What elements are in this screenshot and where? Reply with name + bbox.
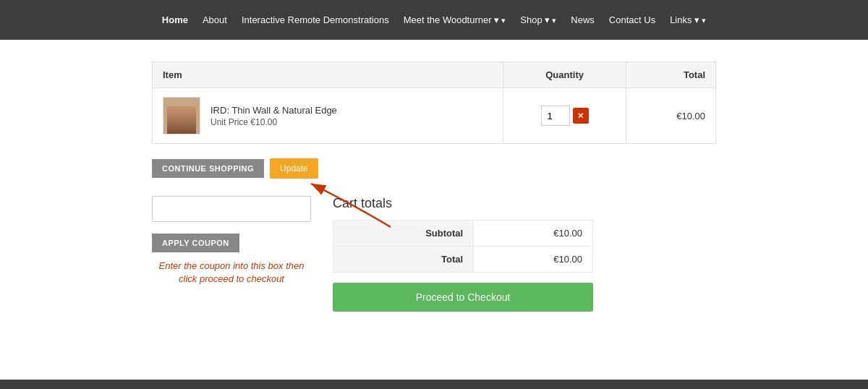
- table-row: IRD: Thin Wall & Natural Edge Unit Price…: [153, 88, 716, 144]
- nav-item-about[interactable]: About: [203, 14, 227, 25]
- product-unit-price: Unit Price €10.00: [210, 117, 337, 127]
- nav-item-ird[interactable]: Interactive Remote Demonstrations: [242, 14, 389, 25]
- main-nav: HomeAboutInteractive Remote Demonstratio…: [162, 14, 706, 25]
- nav-item-home[interactable]: Home: [162, 14, 188, 25]
- total-label: Total: [333, 247, 474, 273]
- coupon-input[interactable]: [152, 196, 311, 222]
- quantity-input[interactable]: [541, 106, 570, 126]
- continue-shopping-button[interactable]: CONTINUE SHOPPING: [152, 159, 264, 178]
- proceed-to-checkout-button[interactable]: Proceed to Checkout: [333, 283, 593, 312]
- total-column-header: Total: [626, 62, 716, 88]
- product-cell: IRD: Thin Wall & Natural Edge Unit Price…: [153, 88, 503, 144]
- total-value: €10.00: [474, 247, 593, 273]
- cart-actions: CONTINUE SHOPPING Update: [152, 158, 716, 179]
- cart-table: Item Quantity Total IRD: Thin Wall & Nat…: [152, 61, 716, 144]
- delete-item-button[interactable]: ✕: [573, 108, 589, 124]
- annotation-text: Enter the coupon into this box then clic…: [152, 260, 311, 286]
- site-footer: © Pat Carroll Woodturning 2016 - 2021 Ba…: [0, 380, 868, 389]
- item-column-header: Item: [153, 62, 503, 88]
- total-row: Total €10.00: [333, 247, 593, 273]
- nav-item-links[interactable]: Links ▾: [670, 14, 706, 25]
- site-header: HomeAboutInteractive Remote Demonstratio…: [0, 0, 868, 40]
- main-content: Item Quantity Total IRD: Thin Wall & Nat…: [0, 40, 868, 380]
- nav-item-news[interactable]: News: [571, 14, 595, 25]
- product-thumbnail: [163, 97, 200, 134]
- nav-item-contact[interactable]: Contact Us: [609, 14, 655, 25]
- subtotal-value: €10.00: [474, 221, 593, 247]
- quantity-cell: ✕: [503, 88, 626, 144]
- annotation-arrow: [297, 176, 412, 234]
- coupon-section: APPLY COUPON Enter the coupon into this …: [152, 196, 311, 358]
- coupon-annotation: Enter the coupon into this box then clic…: [152, 260, 311, 286]
- quantity-column-header: Quantity: [503, 62, 626, 88]
- nav-item-meet[interactable]: Meet the Woodturner ▾: [404, 14, 506, 25]
- apply-coupon-button[interactable]: APPLY COUPON: [152, 234, 239, 252]
- total-cell: €10.00: [626, 88, 716, 144]
- content-wrapper: Item Quantity Total IRD: Thin Wall & Nat…: [152, 61, 716, 358]
- update-cart-button[interactable]: Update: [270, 158, 318, 179]
- product-info: IRD: Thin Wall & Natural Edge Unit Price…: [210, 105, 337, 127]
- nav-item-shop[interactable]: Shop ▾: [520, 14, 556, 25]
- product-name: IRD: Thin Wall & Natural Edge: [210, 105, 337, 116]
- bottom-row: APPLY COUPON Enter the coupon into this …: [152, 196, 716, 358]
